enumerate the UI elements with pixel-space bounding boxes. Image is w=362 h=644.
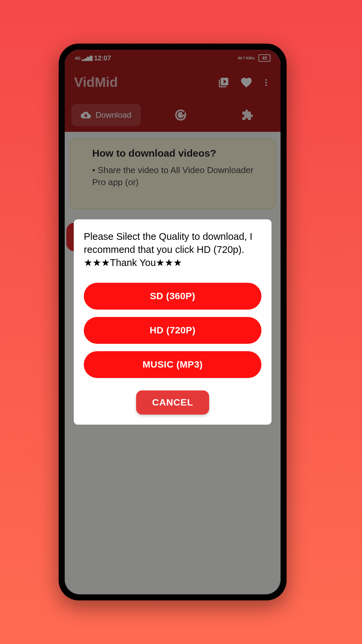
cancel-button[interactable]: CANCEL xyxy=(136,390,209,415)
dialog-message: Please Silect the Quality to download, I… xyxy=(84,230,261,269)
sd-button[interactable]: SD (360P) xyxy=(84,283,261,310)
quality-dialog: Please Silect the Quality to download, I… xyxy=(74,219,272,425)
hd-button[interactable]: HD (720P) xyxy=(84,317,261,344)
phone-screen: 4G ▂▄▆█ 12:07 80.7 KB/s 45 VidMid xyxy=(65,50,281,594)
music-button[interactable]: MUSIC (MP3) xyxy=(84,351,261,378)
modal-overlay: Please Silect the Quality to download, I… xyxy=(65,50,281,594)
phone-frame: 4G ▂▄▆█ 12:07 80.7 KB/s 45 VidMid xyxy=(59,44,287,600)
